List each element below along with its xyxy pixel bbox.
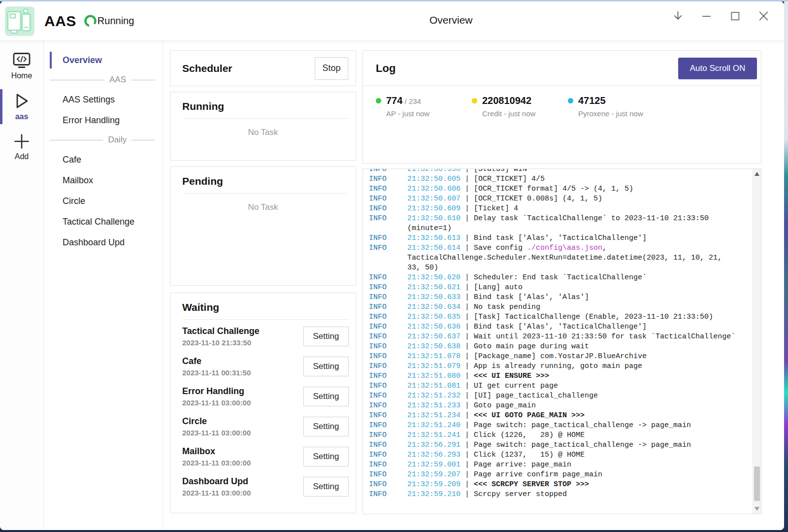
download-update-button[interactable] xyxy=(672,10,684,22)
running-card: Running No Task xyxy=(170,92,356,161)
waiting-task-name: Mailbox xyxy=(182,446,303,457)
waiting-card: Waiting Tactical Challenge 2023-11-10 21… xyxy=(170,293,356,513)
stat-label: Pyroxene - just now xyxy=(578,109,643,118)
task-setting-button[interactable]: Setting xyxy=(303,447,349,466)
resource-stat: 47125 Pyroxene - just now xyxy=(568,95,664,118)
rail-item-home[interactable]: Home xyxy=(0,49,43,83)
waiting-task-list: Tactical Challenge 2023-11-10 21:33:50 S… xyxy=(170,320,356,501)
log-entry: INFO 21:32:51.241 | Click (1226, 28) @ H… xyxy=(369,431,752,440)
stat-value: 774 xyxy=(386,95,402,106)
auto-scroll-toggle[interactable]: Auto Scroll ON xyxy=(678,58,757,79)
running-status-label: Running xyxy=(98,15,134,27)
task-setting-button[interactable]: Setting xyxy=(303,357,349,376)
icon-rail: Home aas Add xyxy=(0,41,44,530)
waiting-task-row: Dashboard Upd 2023-11-11 03:00:00 Settin… xyxy=(170,471,356,501)
sidebar-item-mailbox[interactable]: Mailbox xyxy=(44,170,163,191)
task-setting-button[interactable]: Setting xyxy=(303,327,349,346)
code-monitor-icon xyxy=(12,52,31,69)
log-entry: INFO 21:32:51.081 | UI get current page xyxy=(369,381,752,391)
log-entry: INFO 21:32:51.232 | [UI] page_tactical_c… xyxy=(369,391,752,401)
close-button[interactable] xyxy=(757,10,770,22)
waiting-task-row: Tactical Challenge 2023-11-10 21:33:50 S… xyxy=(170,321,356,351)
log-entry: INFO 21:32:50.636 | Bind task ['Alas', '… xyxy=(369,322,752,332)
log-entry: INFO 21:32:50.605 | [OCR_TICKET] 4/5 xyxy=(369,174,752,184)
log-entry: INFO 21:32:50.637 | Wait until 2023-11-1… xyxy=(369,332,752,342)
waiting-task-name: Circle xyxy=(182,416,303,427)
waiting-task-time: 2023-11-11 03:00:00 xyxy=(182,489,303,497)
waiting-task-name: Error Handling xyxy=(182,386,303,397)
rail-item-add[interactable]: Add xyxy=(0,130,43,164)
waiting-task-row: Cafe 2023-11-11 00:31:50 Setting xyxy=(170,351,356,381)
app-name: AAS xyxy=(44,13,76,30)
log-entry: INFO 21:32:51.233 | Goto page_main xyxy=(369,401,752,411)
pending-title: Pending xyxy=(182,175,344,187)
window-controls xyxy=(672,10,770,22)
log-entry: INFO 21:32:50.635 | [Task] TacticalChall… xyxy=(369,312,752,322)
waiting-task-time: 2023-11-11 00:31:50 xyxy=(182,368,303,377)
running-empty-text: No Task xyxy=(170,128,356,137)
task-setting-button[interactable]: Setting xyxy=(303,477,349,497)
app-logo-icon xyxy=(4,6,35,36)
sidebar-item-cafe[interactable]: Cafe xyxy=(44,149,163,170)
log-entry: INFO 21:32:59.207 | Page arrive confirm … xyxy=(369,470,752,480)
log-lines: INFO 21:32:50.598 | [Status] WIN INFO 21… xyxy=(369,168,752,499)
log-entry: INFO 21:32:56.293 | Click (1237, 15) @ H… xyxy=(369,450,752,460)
log-entry: INFO 21:32:51.078 | [Package_name] com.Y… xyxy=(369,352,752,362)
log-entry: INFO 21:32:50.614 | Save config ./config… xyxy=(369,243,752,273)
main-content: Scheduler Stop Running No Task Pending N… xyxy=(163,41,784,530)
scheduler-title: Scheduler xyxy=(182,63,315,74)
resource-stats: 774 / 234 AP - just now 220810942 Credit… xyxy=(363,86,761,118)
waiting-task-time: 2023-11-11 03:00:00 xyxy=(182,399,303,407)
log-title: Log xyxy=(376,62,678,75)
task-sidebar: OverviewAASAAS SettingsError HandlingDai… xyxy=(44,41,163,530)
log-entry: INFO 21:32:50.613 | Bind task ['Alas', '… xyxy=(369,233,752,243)
pending-card: Pending No Task xyxy=(170,166,356,286)
log-output-panel: INFO 21:32:50.598 | [Status] WIN INFO 21… xyxy=(362,168,761,514)
waiting-task-row: Circle 2023-11-11 03:00:00 Setting xyxy=(170,411,356,441)
running-spinner-icon xyxy=(84,14,97,28)
minimize-button[interactable] xyxy=(700,10,713,22)
stat-dot-icon xyxy=(376,98,381,103)
waiting-task-time: 2023-11-11 03:00:00 xyxy=(182,459,303,467)
scheduler-card: Scheduler Stop xyxy=(170,50,356,86)
log-entry: INFO 21:32:50.638 | Goto main page durin… xyxy=(369,342,752,352)
scroll-up-arrow-icon[interactable] xyxy=(755,172,759,176)
log-entry: INFO 21:32:59.001 | Page arrive: page_ma… xyxy=(369,460,752,470)
log-scrollbar[interactable] xyxy=(753,169,761,514)
log-entry: INFO 21:32:51.079 | App is already runni… xyxy=(369,362,752,371)
log-entry: INFO 21:32:51.240 | Page switch: page_ta… xyxy=(369,421,752,431)
sidebar-item-aas-settings[interactable]: AAS Settings xyxy=(44,89,163,110)
sidebar-item-dashboard-upd[interactable]: Dashboard Upd xyxy=(44,232,163,253)
titlebar: AAS Running Overview xyxy=(0,1,784,41)
waiting-task-name: Tactical Challenge xyxy=(182,326,303,336)
task-setting-button[interactable]: Setting xyxy=(303,387,349,406)
sidebar-item-tactical-challenge[interactable]: Tactical Challenge xyxy=(44,211,163,232)
plus-icon xyxy=(13,133,30,150)
stat-label: Credit - just now xyxy=(482,109,535,118)
stat-value: 220810942 xyxy=(482,95,531,106)
resource-stat: 774 / 234 AP - just now xyxy=(376,95,472,118)
sidebar-item-overview[interactable]: Overview xyxy=(44,50,163,70)
log-entry: INFO 21:32:50.610 | Delay task `Tactical… xyxy=(369,214,752,233)
log-entry: INFO 21:32:50.634 | No task pending xyxy=(369,302,752,312)
sidebar-section-label: AAS xyxy=(44,70,163,89)
sidebar-item-circle[interactable]: Circle xyxy=(44,191,163,211)
scroll-down-arrow-icon[interactable] xyxy=(755,507,759,511)
log-entry: INFO 21:32:50.606 | [OCR_TICKET format] … xyxy=(369,184,752,194)
maximize-button[interactable] xyxy=(729,10,741,22)
waiting-task-name: Dashboard Upd xyxy=(182,476,303,487)
log-entry: INFO 21:32:50.609 | [Ticket] 4 xyxy=(369,204,752,214)
rail-item-aas[interactable]: aas xyxy=(0,89,43,124)
log-card: Log Auto Scroll ON 774 / 234 AP - just n… xyxy=(362,50,761,164)
log-entry: INFO 21:32:50.607 | [OCR_TICKET 0.008s] … xyxy=(369,194,752,204)
waiting-task-time: 2023-11-11 03:00:00 xyxy=(182,429,303,437)
sidebar-item-error-handling[interactable]: Error Handling xyxy=(44,110,163,131)
waiting-task-time: 2023-11-10 21:33:50 xyxy=(182,338,303,347)
log-entry: INFO 21:32:50.633 | Bind task ['Alas', '… xyxy=(369,293,752,302)
stop-button[interactable]: Stop xyxy=(315,57,348,80)
scrollbar-thumb[interactable] xyxy=(754,466,760,501)
task-setting-button[interactable]: Setting xyxy=(303,417,349,436)
waiting-title: Waiting xyxy=(182,301,344,313)
stat-dot-icon xyxy=(472,98,477,103)
log-entry: INFO 21:32:59.210 | Scrcpy server stoppe… xyxy=(369,490,752,499)
